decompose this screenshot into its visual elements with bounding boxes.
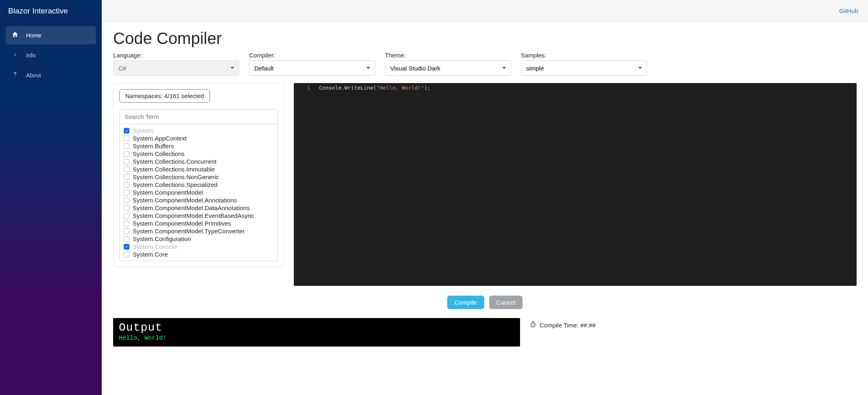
home-icon bbox=[11, 31, 19, 40]
checkbox-icon bbox=[124, 151, 129, 157]
content: Code Compiler Language: C# Compiler: Def… bbox=[102, 22, 868, 354]
namespaces-button[interactable]: Namespaces: 4/161 selected bbox=[119, 89, 210, 103]
namespace-label: System.ComponentModel.DataAnnotations bbox=[133, 204, 250, 211]
checkbox-icon bbox=[124, 213, 129, 219]
nav-info-label: Info bbox=[26, 52, 35, 59]
nav-home-label: Home bbox=[26, 32, 41, 39]
editor-code-line: Console.WriteLine("Hello, World!"); bbox=[319, 85, 857, 91]
stopwatch-icon bbox=[530, 321, 536, 329]
checkbox-icon bbox=[124, 228, 129, 234]
compile-button[interactable]: Compile bbox=[447, 296, 484, 309]
theme-select[interactable]: Visual Studio Dark bbox=[385, 60, 511, 76]
github-link[interactable]: GitHub bbox=[839, 7, 858, 14]
namespace-item[interactable]: System.Collections.Concurrent bbox=[123, 158, 274, 165]
namespace-item[interactable]: System.ComponentModel.DataAnnotations bbox=[123, 204, 274, 212]
language-label: Language: bbox=[113, 52, 239, 59]
checkbox-icon bbox=[124, 143, 129, 149]
namespace-label: System bbox=[133, 127, 153, 134]
language-group: Language: C# bbox=[113, 52, 239, 76]
compiler-label: Compiler: bbox=[249, 52, 375, 59]
namespace-item[interactable]: System.Buffers bbox=[123, 142, 274, 150]
bottom-row: Output Hello, World! Compile Time: ##:## bbox=[113, 318, 857, 347]
namespace-item[interactable]: System.AppContext bbox=[123, 134, 274, 142]
nav-info[interactable]: Info bbox=[6, 46, 96, 64]
namespace-item[interactable]: System.Console bbox=[123, 243, 274, 250]
namespace-label: System.Configuration bbox=[133, 235, 191, 242]
page-title: Code Compiler bbox=[113, 29, 857, 48]
checkbox-icon bbox=[124, 221, 129, 226]
namespace-label: System.Console bbox=[133, 243, 177, 250]
work-row: Namespaces: 4/161 selected SystemSystem.… bbox=[113, 83, 857, 286]
compiler-group: Compiler: Default bbox=[249, 52, 375, 76]
question-icon bbox=[11, 71, 19, 79]
namespace-item[interactable]: System.Core bbox=[123, 250, 274, 258]
action-row: Compile Cancel bbox=[113, 296, 857, 309]
info-icon bbox=[11, 51, 19, 59]
namespace-label: System.ComponentModel.EventBasedAsync bbox=[133, 212, 254, 219]
compile-time: Compile Time: ##:## bbox=[530, 318, 596, 329]
namespace-label: System.AppContext bbox=[133, 135, 187, 142]
namespace-item[interactable]: System bbox=[123, 127, 274, 134]
checkbox-icon bbox=[124, 128, 129, 134]
checkbox-icon bbox=[124, 167, 129, 172]
output-box: Output Hello, World! bbox=[113, 318, 520, 347]
checkbox-icon bbox=[124, 136, 129, 141]
namespaces-search-input[interactable] bbox=[120, 110, 278, 124]
namespace-label: System.ComponentModel.TypeConverter bbox=[133, 228, 245, 235]
controls-row: Language: C# Compiler: Default bbox=[113, 52, 857, 76]
cancel-button[interactable]: Cancel bbox=[489, 296, 523, 309]
checkbox-icon bbox=[124, 236, 129, 242]
namespace-label: System.Buffers bbox=[133, 143, 174, 149]
namespace-item[interactable]: System.ComponentModel bbox=[123, 189, 274, 196]
topbar: GitHub bbox=[102, 0, 868, 22]
namespace-item[interactable]: System.Collections.Immutable bbox=[123, 165, 274, 173]
namespace-item[interactable]: System.ComponentModel.EventBasedAsync bbox=[123, 212, 274, 219]
checkbox-icon bbox=[124, 174, 129, 180]
namespace-item[interactable]: System.Collections.Specialized bbox=[123, 181, 274, 189]
namespace-label: System.ComponentModel bbox=[133, 189, 203, 196]
checkbox-icon bbox=[124, 205, 129, 211]
namespaces-list[interactable]: SystemSystem.AppContextSystem.BuffersSys… bbox=[120, 124, 278, 261]
nav-home[interactable]: Home bbox=[6, 26, 96, 44]
namespace-item[interactable]: System.ComponentModel.Annotations bbox=[123, 196, 274, 204]
namespace-item[interactable]: System.Collections.NonGeneric bbox=[123, 173, 274, 181]
samples-group: Samples: simple bbox=[521, 52, 647, 76]
nav-about[interactable]: About bbox=[6, 66, 96, 84]
checkbox-icon bbox=[124, 252, 129, 257]
namespaces-panel: Namespaces: 4/161 selected SystemSystem.… bbox=[113, 83, 284, 267]
language-select: C# bbox=[113, 60, 239, 76]
checkbox-icon bbox=[124, 159, 129, 165]
namespace-item[interactable]: System.Collections bbox=[123, 150, 274, 158]
output-title: Output bbox=[119, 321, 514, 334]
theme-group: Theme: Visual Studio Dark bbox=[385, 52, 511, 76]
compile-time-text: Compile Time: ##:## bbox=[540, 322, 596, 329]
output-body: Hello, World! bbox=[119, 335, 514, 342]
theme-label: Theme: bbox=[385, 52, 511, 59]
namespace-label: System.Collections.NonGeneric bbox=[133, 173, 219, 180]
namespace-item[interactable]: System.Configuration bbox=[123, 235, 274, 243]
samples-select[interactable]: simple bbox=[521, 60, 647, 76]
checkbox-icon bbox=[124, 244, 129, 250]
checkbox-icon bbox=[124, 182, 129, 188]
namespace-label: System.Collections.Immutable bbox=[133, 166, 215, 173]
namespace-label: System.Collections.Concurrent bbox=[133, 158, 216, 165]
samples-label: Samples: bbox=[521, 52, 647, 59]
namespace-label: System.Core bbox=[133, 251, 168, 258]
brand: Blazor Interactive bbox=[0, 0, 102, 22]
code-editor[interactable]: 1 Console.WriteLine("Hello, World!"); bbox=[294, 83, 857, 286]
checkbox-icon bbox=[124, 198, 129, 203]
namespace-item[interactable]: System.ComponentModel.Primitives bbox=[123, 219, 274, 227]
namespace-item[interactable]: System.ComponentModel.TypeConverter bbox=[123, 227, 274, 235]
checkbox-icon bbox=[124, 190, 129, 195]
namespace-label: System.ComponentModel.Annotations bbox=[133, 197, 237, 204]
main: GitHub Code Compiler Language: C# Compil… bbox=[102, 0, 868, 395]
namespace-label: System.Collections.Specialized bbox=[133, 181, 217, 188]
nav-about-label: About bbox=[26, 72, 41, 79]
namespace-label: System.ComponentModel.Primitives bbox=[133, 220, 231, 227]
compiler-select[interactable]: Default bbox=[249, 60, 375, 76]
namespaces-dropdown: SystemSystem.AppContextSystem.BuffersSys… bbox=[119, 109, 278, 261]
namespace-label: System.Collections bbox=[133, 150, 185, 157]
sidebar: Blazor Interactive Home Info About bbox=[0, 0, 102, 395]
nav-list: Home Info About bbox=[0, 22, 102, 88]
editor-line-number: 1 bbox=[294, 85, 319, 91]
